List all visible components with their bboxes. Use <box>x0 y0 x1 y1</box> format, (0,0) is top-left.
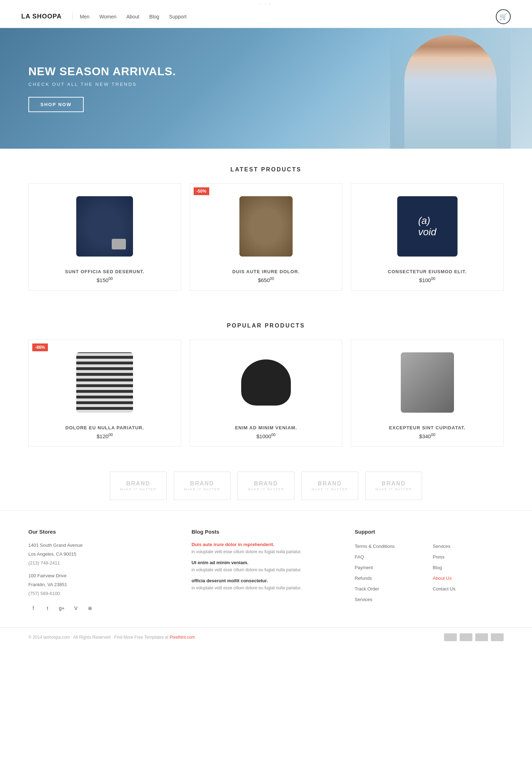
brand-label-5: BRAND <box>382 480 406 487</box>
bag-img <box>241 359 291 406</box>
sweater1-img <box>76 196 133 257</box>
product-price-3: $10000 <box>358 276 496 283</box>
payment-icon-4 <box>491 633 504 641</box>
brand-2[interactable]: BRAND MAKE IT MATTER <box>174 472 231 500</box>
support-heading: Support <box>355 529 504 535</box>
void-img: (a)void <box>397 196 458 257</box>
popular-card-2[interactable]: ENIM AD MINIM VENIAM. $100000 <box>190 340 343 447</box>
stores-heading: Our Stores <box>28 529 177 535</box>
blog-heading: Blog Posts <box>192 529 340 535</box>
blog-text-1: in voluptate velit esse cillum dolore eu… <box>192 549 340 555</box>
brand-3[interactable]: BRAND MAKE IT MATTER <box>238 472 294 500</box>
hero-section: NEW SEASON ARRIVALS. CHECK OUT ALL THE N… <box>0 28 532 149</box>
payment-icon-2 <box>460 633 472 641</box>
store1-phone: (213) 748-2411 <box>28 560 177 567</box>
product-image-3: (a)void <box>358 191 496 262</box>
popular-price-3: $34000 <box>358 433 496 439</box>
footer-bottom: © 2014 lashoopa.com · All Rights Reserve… <box>0 627 532 647</box>
product-card-2[interactable]: -50% DUIS AUTE IRURE DOLOR. $65000 <box>190 183 343 291</box>
product-card-3[interactable]: (a)void CONSECTETUR EIUSMOD ELIT. $10000 <box>351 183 504 291</box>
nav-men[interactable]: Men <box>80 14 89 20</box>
popular-price-2: $100000 <box>197 433 335 439</box>
social-vimeo[interactable]: V <box>71 603 81 613</box>
popular-products-grid: -86% DOLORE EU NULLA PARIATUR. $12000 EN… <box>28 340 504 447</box>
brand-sub-3: MAKE IT MATTER <box>248 488 284 491</box>
blog-title-2[interactable]: Ut enim ad minim veniam. <box>192 560 340 565</box>
nav-about[interactable]: About <box>126 14 139 20</box>
support-services[interactable]: Services <box>355 595 426 604</box>
store2-line2: Franklin, VA 23851 <box>28 581 177 589</box>
nav-support[interactable]: Support <box>169 14 187 20</box>
store2-line1: 100 Fairview Drive <box>28 572 177 580</box>
store2-phone: (757) 569-6100 <box>28 590 177 598</box>
support-refunds[interactable]: Refunds <box>355 574 426 583</box>
brands-section: BRAND MAKE IT MATTER BRAND MAKE IT MATTE… <box>0 461 532 511</box>
support-payment[interactable]: Payment <box>355 563 426 572</box>
social-rss[interactable]: ⊕ <box>85 603 95 613</box>
blog-title-1[interactable]: Duis aute irure dolor in reprehenderit. <box>192 542 340 547</box>
popular-card-3[interactable]: EXCEPTEUR SINT CUPIDATAT. $34000 <box>351 340 504 447</box>
nav-women[interactable]: Women <box>99 14 116 20</box>
popular-name-1: DOLORE EU NULLA PARIATUR. <box>36 425 174 430</box>
site-logo[interactable]: LA SHOOPA <box>21 13 62 20</box>
cardigan-img <box>401 352 454 413</box>
product-name-2: DUIS AUTE IRURE DOLOR. <box>197 269 335 274</box>
hero-title: NEW SEASON ARRIVALS. <box>28 65 176 78</box>
footer-stores: Our Stores 1401 South Grand Avenue Los A… <box>28 529 177 613</box>
support-faq[interactable]: FAQ <box>355 552 426 562</box>
jacket-img <box>239 196 293 257</box>
hero-subtitle: CHECK OUT ALL THE NEW TRENDS <box>28 82 176 87</box>
support-terms[interactable]: Terms & Conditions <box>355 542 426 551</box>
brand-label-4: BRAND <box>318 480 342 487</box>
product-badge-2: -50% <box>194 187 209 195</box>
payment-icons <box>444 633 504 641</box>
brand-1[interactable]: BRAND MAKE IT MATTER <box>110 472 167 500</box>
popular-name-3: EXCEPTEUR SINT CUPIDATAT. <box>358 425 496 430</box>
store1-line2: Los Angeles, CA 90015 <box>28 551 177 558</box>
support-blog[interactable]: Blog <box>433 563 504 572</box>
brand-sub-1: MAKE IT MATTER <box>120 488 157 491</box>
product-name-3: CONSECTETUR EIUSMOD ELIT. <box>358 269 496 274</box>
cart-button[interactable]: 🛒 <box>496 9 511 24</box>
footer-support: Support Terms & Conditions Services FAQ … <box>355 529 504 613</box>
pixelhint-link[interactable]: Pixelhint.com <box>170 635 195 640</box>
main-nav: Men Women About Blog Support <box>80 14 496 20</box>
support-about-us[interactable]: About Us <box>433 574 504 583</box>
product-card-1[interactable]: SUNT OFFICIA SED DESERUNT. $15000 <box>28 183 181 291</box>
social-googleplus[interactable]: g+ <box>57 603 67 613</box>
popular-products-section: POPULAR PRODUCTS -86% DOLORE EU NULLA PA… <box>0 305 532 461</box>
brand-4[interactable]: BRAND MAKE IT MATTER <box>301 472 358 500</box>
support-contact[interactable]: Contact Us <box>433 584 504 594</box>
nav-blog[interactable]: Blog <box>149 14 159 20</box>
footer-copyright: © 2014 lashoopa.com · All Rights Reserve… <box>28 635 195 640</box>
footer: Our Stores 1401 South Grand Avenue Los A… <box>0 511 532 647</box>
store1-line1: 1401 South Grand Avenue <box>28 542 177 549</box>
header-divider <box>72 12 73 21</box>
popular-price-1: $12000 <box>36 433 174 439</box>
popular-badge-1: -86% <box>32 343 48 351</box>
latest-products-grid: SUNT OFFICIA SED DESERUNT. $15000 -50% D… <box>28 183 504 291</box>
footer-blog: Blog Posts Duis aute irure dolor in repr… <box>192 529 340 613</box>
popular-image-2 <box>197 347 335 418</box>
brand-label-3: BRAND <box>254 480 278 487</box>
blog-title-3[interactable]: officia deserunt mollit consectetur. <box>192 578 340 583</box>
cart-icon: 🛒 <box>499 13 507 21</box>
support-track[interactable]: Track Order <box>355 584 426 594</box>
striped-img <box>76 352 133 413</box>
product-price-1: $15000 <box>36 276 174 283</box>
support-press[interactable]: Press <box>433 552 504 562</box>
brand-label-1: BRAND <box>126 480 150 487</box>
blog-text-3: in voluptate velit esse cillum dolore eu… <box>192 585 340 591</box>
popular-card-1[interactable]: -86% DOLORE EU NULLA PARIATUR. $12000 <box>28 340 181 447</box>
brand-label-2: BRAND <box>190 480 214 487</box>
product-price-2: $65000 <box>197 276 335 283</box>
hero-content: NEW SEASON ARRIVALS. CHECK OUT ALL THE N… <box>0 65 204 112</box>
social-twitter[interactable]: t <box>43 603 52 613</box>
brand-5[interactable]: BRAND MAKE IT MATTER <box>365 472 422 500</box>
social-facebook[interactable]: f <box>28 603 38 613</box>
blog-text-2: in voluptate velit esse cillum dolore eu… <box>192 567 340 573</box>
brand-sub-4: MAKE IT MATTER <box>312 488 348 491</box>
support-services2[interactable]: Services <box>433 542 504 551</box>
shop-now-button[interactable]: SHOP NOW <box>28 97 84 112</box>
hero-person-image <box>404 35 497 149</box>
